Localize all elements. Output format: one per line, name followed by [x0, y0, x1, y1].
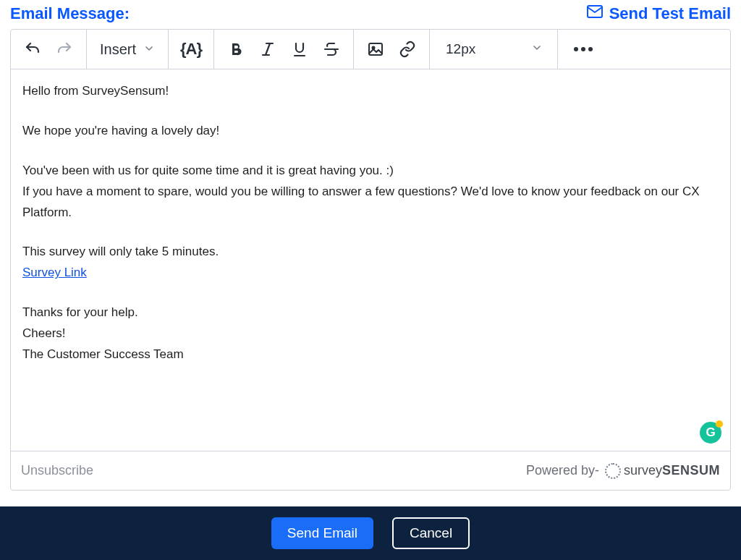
body-line: The Customer Success Team	[22, 344, 719, 365]
editor-footer: Unsubscribe Powered by- surveySENSUM	[11, 451, 730, 490]
send-test-email-label: Send Test Email	[609, 4, 731, 23]
body-line: We hope you're having a lovely day!	[22, 121, 719, 142]
send-email-button[interactable]: Send Email	[271, 517, 373, 549]
email-body-editor[interactable]: Hello from SurveySensum! We hope you're …	[11, 69, 730, 451]
bold-button[interactable]	[220, 33, 252, 65]
variables-button[interactable]: {A}	[174, 40, 208, 59]
fontsize-dropdown[interactable]: 12px	[436, 41, 551, 57]
envelope-icon	[586, 3, 604, 25]
cancel-button[interactable]: Cancel	[392, 517, 470, 549]
email-editor: Insert {A}	[10, 29, 731, 491]
send-test-email-link[interactable]: Send Test Email	[586, 3, 731, 25]
email-message-label: Email Message:	[10, 4, 130, 23]
action-bar: Send Email Cancel	[0, 506, 741, 560]
svg-rect-6	[369, 43, 382, 55]
svg-line-3	[266, 43, 270, 55]
body-line: Hello from SurveySensum!	[22, 81, 719, 102]
chevron-down-icon	[143, 41, 155, 58]
surveysensum-logo: surveySENSUM	[605, 463, 720, 479]
more-options-button[interactable]	[564, 47, 603, 51]
image-button[interactable]	[360, 33, 391, 65]
grammarly-icon[interactable]: G	[700, 422, 721, 444]
body-line: If you have a moment to spare, would you…	[22, 182, 719, 224]
body-line: This survey will only take 5 minutes.	[22, 242, 719, 263]
italic-button[interactable]	[252, 33, 284, 65]
link-button[interactable]	[391, 33, 423, 65]
body-line: You've been with us for quite some time …	[22, 161, 719, 182]
insert-dropdown[interactable]: Insert	[93, 41, 162, 58]
fontsize-value: 12px	[446, 41, 475, 57]
body-line: Cheers!	[22, 323, 719, 344]
redo-button[interactable]	[48, 33, 80, 65]
undo-button[interactable]	[17, 33, 48, 65]
insert-label: Insert	[100, 41, 136, 58]
editor-toolbar: Insert {A}	[11, 30, 730, 69]
powered-by-label: Powered by- surveySENSUM	[526, 463, 720, 479]
dots-icon	[574, 47, 578, 51]
underline-button[interactable]	[284, 33, 316, 65]
strikethrough-button[interactable]	[316, 33, 347, 65]
survey-link[interactable]: Survey Link	[22, 266, 87, 279]
unsubscribe-link[interactable]: Unsubscribe	[21, 463, 93, 478]
chevron-down-icon	[531, 41, 543, 57]
body-line: Thanks for your help.	[22, 302, 719, 323]
logo-icon	[605, 463, 621, 479]
